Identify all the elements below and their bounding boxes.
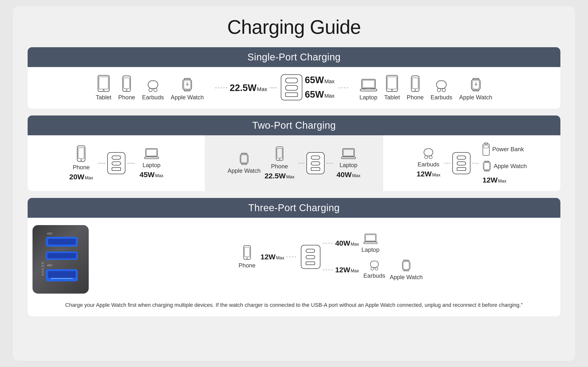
svg-point-40 (81, 160, 82, 161)
tp1-charger-icon (107, 152, 125, 174)
usbc-port-1-art (46, 237, 78, 247)
sp-left-watt: 22.5W Max (230, 83, 267, 93)
tp-bottom-watt: 12W Max (335, 266, 359, 274)
dash-left (215, 88, 227, 88)
3p-usbc-1 (306, 249, 315, 253)
laptop-label-right: Laptop (359, 94, 377, 101)
tablet-icon-right (385, 75, 399, 92)
svg-point-56 (429, 156, 432, 159)
two-port-section: Two-Port Charging Phone 20W (28, 115, 560, 191)
svg-point-24 (392, 90, 393, 91)
tp-laptop-label: Laptop (361, 246, 379, 253)
svg-rect-14 (184, 80, 191, 89)
tp1-laptop-watt: 45W Max (140, 171, 163, 179)
tp1-phone-watt: 20W Max (69, 173, 93, 181)
svg-rect-68 (366, 235, 375, 241)
device-tablet-left: Tablet (96, 75, 111, 101)
sp-right-devices: Laptop Tablet (359, 75, 492, 101)
svg-rect-26 (412, 78, 418, 89)
svg-rect-76 (403, 262, 409, 269)
tp-earbuds-label: Earbuds (363, 272, 385, 279)
dash-right (338, 88, 348, 88)
sp-left-connector: 22.5W Max (215, 83, 277, 93)
tp2-phone: Phone 22.5W Max (264, 146, 294, 180)
device-earbuds-right: Earbuds (431, 80, 452, 101)
single-port-header: Single-Port Charging (28, 47, 560, 67)
svg-point-30 (442, 88, 446, 92)
tp-col2-content: Apple Watch Phone 22.5W Max (228, 146, 360, 180)
device-applewatch-left: Apple Watch (171, 77, 204, 101)
three-port-diagram: Phone 12W Max (101, 226, 560, 288)
svg-rect-51 (343, 149, 354, 157)
tp2-phone-label: Phone (271, 163, 288, 170)
phone-icon-right (411, 75, 420, 92)
single-port-content: Tablet Phone (28, 67, 560, 109)
svg-rect-52 (343, 149, 353, 156)
tp3-powerbank-label: Power Bank (492, 146, 524, 153)
svg-rect-41 (146, 149, 157, 157)
tp2-usbc-2 (311, 161, 320, 165)
tp-phone-watt: 12W Max (261, 253, 284, 261)
iq-label-top: ●IQ° (47, 232, 53, 235)
svg-rect-18 (362, 79, 375, 89)
tp2-aw-label: Apple Watch (228, 167, 261, 174)
tp-applewatch-bottom: Apple Watch (390, 259, 423, 281)
tablet-label-right: Tablet (384, 94, 400, 101)
device-tablet-right: Tablet (384, 75, 400, 101)
laptop-icon (360, 78, 377, 92)
sp-port-usba (285, 92, 298, 97)
3p-usba (306, 262, 315, 265)
svg-rect-59 (484, 146, 489, 148)
phone-label-left: Phone (118, 94, 135, 101)
tp3-right-devices: Power Bank Apple Watch (482, 142, 527, 184)
tp3-usba (457, 167, 466, 171)
tp-right-outputs: 40W Max Laptop (323, 233, 423, 281)
tp-phone-watt-group: 12W Max (261, 253, 296, 261)
sp-port-usbc-1 (285, 78, 298, 83)
tp-top-watt: 40W Max (335, 239, 359, 247)
tp1-phone-label: Phone (73, 164, 89, 171)
phone-icon-left (122, 75, 131, 92)
svg-rect-69 (364, 242, 377, 244)
earbuds-icon-left (147, 80, 159, 92)
svg-rect-34 (472, 80, 479, 89)
sp-left-devices: Tablet Phone (96, 75, 204, 101)
tp1-charger (98, 152, 135, 174)
svg-point-66 (247, 258, 248, 259)
anker-body: ANKER ●IQ° ●IQ° (33, 225, 89, 294)
svg-rect-39 (78, 148, 84, 159)
svg-point-50 (279, 159, 280, 160)
sp-top-watt: 65W Max (305, 75, 335, 85)
svg-rect-47 (241, 155, 247, 163)
applewatch-icon-right (470, 77, 481, 92)
tp-col-3: Earbuds 12W Max (383, 135, 560, 191)
tp3-usbc-1 (457, 156, 466, 160)
three-port-header: Three-Port Charging (28, 198, 560, 218)
svg-point-8 (154, 88, 157, 92)
tp-earbuds-bottom: Earbuds (363, 261, 385, 279)
tp1-usbc-2 (112, 161, 121, 165)
svg-rect-3 (123, 76, 131, 92)
tp3-right-watt: 12W Max (482, 176, 506, 184)
svg-rect-4 (124, 78, 130, 89)
svg-rect-28 (436, 81, 446, 89)
earbuds-label-right: Earbuds (431, 94, 452, 101)
device-earbuds-left: Earbuds (142, 80, 164, 101)
sp-right-connector (338, 88, 348, 88)
tp2-right-watt: 40W Max (337, 171, 360, 179)
tp2-charger-icon (306, 152, 325, 174)
tp-col-1: Phone 20W Max (28, 135, 205, 191)
tablet-label-left: Tablet (96, 94, 111, 101)
three-port-content: ANKER ●IQ° ●IQ° (28, 218, 560, 296)
tp2-laptop-label: Laptop (339, 162, 357, 169)
tp2-usbc-1 (311, 156, 320, 160)
tp3-aw-label: Apple Watch (494, 163, 527, 170)
tp-col3-content: Earbuds 12W Max (417, 142, 527, 184)
tp-phone-label: Phone (239, 262, 255, 269)
svg-rect-43 (144, 157, 159, 159)
device-applewatch-right: Apple Watch (459, 77, 492, 101)
svg-point-72 (375, 267, 378, 270)
svg-point-27 (415, 90, 416, 91)
svg-point-7 (149, 88, 152, 92)
tp3-earbuds-label: Earbuds (418, 161, 439, 168)
